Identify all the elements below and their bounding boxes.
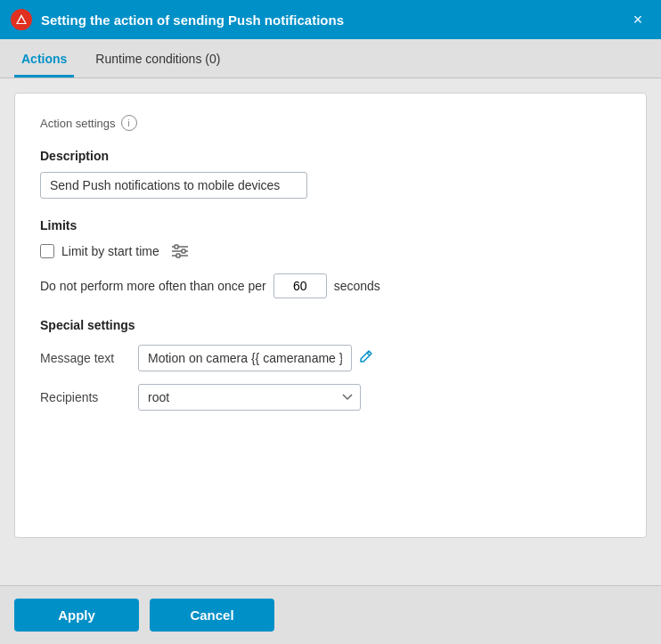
- description-label: Description: [40, 149, 621, 163]
- limit-by-start-time-checkbox[interactable]: [40, 244, 54, 258]
- footer: Apply Cancel: [0, 585, 661, 644]
- action-settings-header: Action settings i: [40, 115, 621, 131]
- filter-icon: [170, 243, 190, 259]
- do-not-perform-label: Do not perform more often than once per: [40, 279, 266, 293]
- settings-card: Action settings i Description Limits Lim…: [14, 93, 647, 538]
- cancel-button[interactable]: Cancel: [150, 599, 274, 632]
- limit-by-start-time-label: Limit by start time: [61, 244, 159, 258]
- once-per-input[interactable]: [273, 273, 327, 298]
- special-settings-label: Special settings: [40, 318, 621, 332]
- message-text-label: Message text: [40, 351, 138, 365]
- tabs-bar: Actions Runtime conditions (0): [0, 39, 661, 78]
- svg-rect-6: [182, 249, 185, 253]
- dialog: Setting the action of sending Push notif…: [0, 0, 661, 644]
- title-bar: Setting the action of sending Push notif…: [0, 0, 661, 39]
- app-logo: [11, 9, 32, 30]
- message-text-input[interactable]: [138, 345, 352, 371]
- svg-rect-5: [175, 245, 178, 249]
- message-text-row: Message text: [40, 345, 621, 371]
- action-settings-label: Action settings: [40, 117, 116, 130]
- recipients-row: Recipients root admin user: [40, 384, 621, 411]
- apply-button[interactable]: Apply: [14, 599, 139, 632]
- limit-by-start-time-row: Limit by start time: [40, 243, 621, 259]
- limits-section: Limits Limit by start time: [40, 218, 621, 298]
- limits-label: Limits: [40, 218, 621, 232]
- once-per-row: Do not perform more often than once per …: [40, 273, 621, 298]
- content-area: Action settings i Description Limits Lim…: [0, 78, 661, 585]
- svg-rect-7: [176, 254, 180, 257]
- info-icon[interactable]: i: [121, 115, 137, 131]
- description-group: Description: [40, 149, 621, 199]
- special-settings-section: Special settings Message text Recipients: [40, 318, 621, 411]
- tab-runtime-conditions[interactable]: Runtime conditions (0): [88, 39, 227, 77]
- close-button[interactable]: ×: [625, 7, 650, 32]
- tab-actions[interactable]: Actions: [14, 39, 74, 77]
- edit-icon[interactable]: [359, 349, 373, 367]
- svg-line-8: [367, 353, 370, 355]
- seconds-label: seconds: [334, 279, 380, 293]
- recipients-label: Recipients: [40, 390, 138, 404]
- description-input[interactable]: [40, 172, 307, 199]
- recipients-select[interactable]: root admin user: [138, 384, 361, 411]
- dialog-title: Setting the action of sending Push notif…: [41, 12, 625, 28]
